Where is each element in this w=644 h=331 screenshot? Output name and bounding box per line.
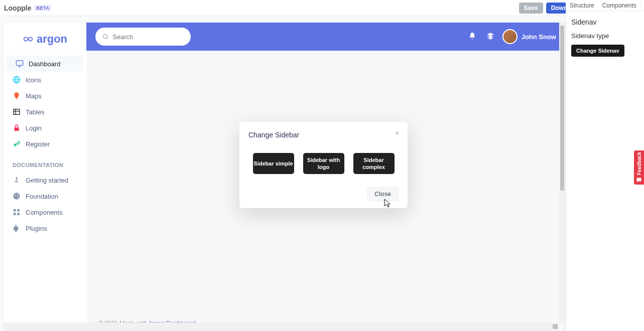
svg-rect-11 [14,127,19,131]
svg-rect-19 [14,213,16,215]
scroll-thumb[interactable] [553,324,558,329]
sidebar-item-maps[interactable]: Maps [4,88,86,104]
user-name: John Snow [522,33,556,41]
option-sidebar-complex[interactable]: Sidebar complex [353,153,395,174]
svg-line-22 [107,38,108,39]
grid-icon [13,208,21,216]
right-panel: Sidenav Sidenav type Change Sidenav [566,11,644,331]
svg-point-2 [29,37,32,41]
sidebar-item-icons[interactable]: Icons [4,72,86,88]
feedback-tab[interactable]: Feedback [634,150,644,185]
svg-rect-18 [17,209,20,212]
svg-rect-3 [16,61,23,65]
sidebar-item-login[interactable]: Login [4,120,86,136]
lock-icon [13,124,21,132]
option-sidebar-simple[interactable]: Sidebar simple [253,153,294,174]
sidebar-item-label: Tables [26,108,45,116]
close-button[interactable]: Close [367,187,399,201]
key-icon [13,140,21,148]
bell-icon[interactable] [466,30,478,44]
tab-editor[interactable]: Editor [641,1,644,11]
svg-point-13 [13,193,20,199]
sidebar-item-label: Maps [26,92,42,100]
top-bar: Loopple BETA Save Download file Preview [0,0,644,16]
scroll-thumb[interactable] [560,26,564,191]
sidebar: argon Dashboard Icons Maps Tables Login [4,23,86,330]
change-sidebar-modal: Change Sidebar × Sidebar simple Sidebar … [239,122,408,208]
sidebar-item-tables[interactable]: Tables [4,104,86,120]
svg-point-14 [15,195,16,196]
search-icon [102,33,108,40]
option-sidebar-with-logo[interactable]: Sidebar with logo [303,153,344,174]
search-input[interactable] [112,33,184,41]
builder-frame: argon Dashboard Icons Maps Tables Login [3,22,566,331]
globe-icon [13,76,21,84]
layers-icon[interactable] [484,30,496,44]
save-button[interactable]: Save [519,3,543,14]
puzzle-icon [13,224,21,232]
sidebar-item-label: Dashboard [29,60,61,68]
sidebar-item-dashboard[interactable]: Dashboard [7,56,83,72]
sidebar-item-label: Register [26,140,50,148]
sidebar-item-label: Getting started [26,177,68,184]
beta-badge: BETA [34,5,51,11]
change-sidenav-button[interactable]: Change Sidenav [571,45,624,57]
sidebar-doc-getting-started[interactable]: Getting started [4,172,86,188]
svg-point-12 [14,143,17,146]
rocket-icon [13,176,21,184]
sidebar-doc-components[interactable]: Components [4,204,86,220]
sidebar-item-register[interactable]: Register [4,136,86,152]
modal-title: Change Sidebar [248,131,399,139]
close-icon[interactable]: × [395,129,400,138]
logo-icon [23,34,34,45]
brand: Loopple [4,4,31,12]
table-icon [13,108,21,116]
palette-icon [13,192,21,200]
logo-text: argon [37,33,67,46]
sidebar-item-label: Components [26,209,63,216]
vertical-scrollbar[interactable] [559,23,565,322]
sidebar-item-label: Icons [26,76,41,84]
user-menu[interactable]: John Snow [502,29,556,44]
work-area: argon Dashboard Icons Maps Tables Login [0,16,566,331]
panel-heading: Sidenav [571,18,639,26]
search-box[interactable] [95,28,191,46]
tab-components[interactable]: Components [598,1,640,11]
feedback-label: Feedback [636,152,642,175]
page-header: John Snow [86,23,565,51]
documentation-heading: DOCUMENTATION [4,152,86,172]
sidebar-item-label: Plugins [26,225,47,232]
pin-icon [13,92,21,100]
panel-label: Sidenav type [571,32,639,40]
tab-structure[interactable]: Structure [566,1,598,11]
sidebar-item-label: Foundation [26,193,58,200]
svg-rect-20 [17,213,20,215]
sidebar-item-label: Login [26,124,42,132]
editor-tabs: Structure Components Editor [566,0,644,11]
svg-rect-17 [14,209,16,212]
svg-point-1 [24,37,28,41]
svg-rect-8 [14,109,20,115]
sidebar-doc-plugins[interactable]: Plugins [4,220,86,236]
monitor-icon [16,60,24,68]
svg-point-21 [103,34,107,38]
svg-point-15 [17,195,18,196]
sidebar-doc-foundation[interactable]: Foundation [4,188,86,204]
chat-icon [636,177,642,183]
logo[interactable]: argon [4,29,86,56]
horizontal-scrollbar[interactable] [4,322,559,330]
avatar [502,29,518,44]
svg-point-16 [18,197,19,198]
